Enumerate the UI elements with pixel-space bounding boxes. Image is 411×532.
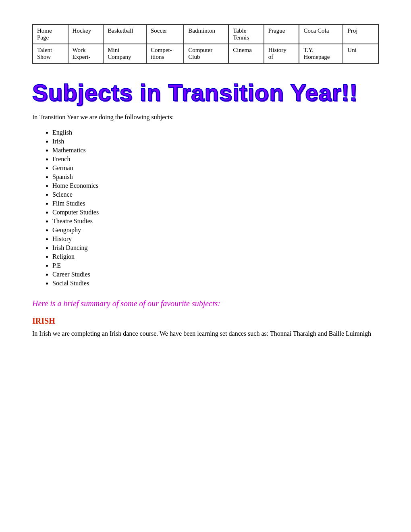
nav-cell-r0-c3[interactable]: Soccer bbox=[146, 25, 184, 44]
irish-heading: IRISH bbox=[32, 316, 379, 326]
subject-item-16: Career Studies bbox=[52, 271, 379, 278]
subject-item-1: Irish bbox=[52, 138, 379, 145]
navigation-table: HomePageHockeyBasketballSoccerBadmintonT… bbox=[32, 24, 379, 64]
nav-cell-r1-c1[interactable]: WorkExperi- bbox=[68, 44, 104, 63]
subject-item-15: P.E bbox=[52, 262, 379, 269]
nav-cell-r1-c3[interactable]: Compet-itions bbox=[146, 44, 184, 63]
nav-cell-r1-c0[interactable]: TalentShow bbox=[33, 44, 68, 63]
subject-item-13: Irish Dancing bbox=[52, 244, 379, 251]
nav-cell-r1-c7[interactable]: T.Y.Homepage bbox=[299, 44, 343, 63]
subject-item-7: Science bbox=[52, 191, 379, 198]
subject-item-4: German bbox=[52, 164, 379, 172]
nav-cell-r0-c2[interactable]: Basketball bbox=[103, 25, 146, 44]
subject-item-3: French bbox=[52, 156, 379, 163]
subject-item-5: Spanish bbox=[52, 173, 379, 181]
subject-item-9: Computer Studies bbox=[52, 209, 379, 216]
nav-cell-r1-c4[interactable]: ComputerClub bbox=[184, 44, 228, 63]
nav-cell-r0-c6[interactable]: Prague bbox=[264, 25, 299, 44]
nav-cell-r0-c0[interactable]: HomePage bbox=[33, 25, 68, 44]
intro-text: In Transition Year we are doing the foll… bbox=[32, 114, 379, 121]
subject-item-0: English bbox=[52, 129, 379, 136]
subject-item-14: Religion bbox=[52, 253, 379, 260]
nav-cell-r0-c8[interactable]: Proj bbox=[343, 25, 378, 44]
nav-cell-r0-c1[interactable]: Hockey bbox=[68, 25, 104, 44]
subject-item-17: Social Studies bbox=[52, 280, 379, 287]
nav-cell-r1-c8[interactable]: Uni bbox=[343, 44, 378, 63]
irish-body: In Irish we are completing an Irish danc… bbox=[32, 329, 379, 339]
nav-cell-r0-c7[interactable]: Coca Cola bbox=[299, 25, 343, 44]
summary-heading: Here is a brief summary of some of our f… bbox=[32, 299, 379, 308]
main-title: Subjects in Transition Year!! bbox=[32, 80, 379, 106]
page-title-container: Subjects in Transition Year!! bbox=[32, 80, 379, 114]
subject-item-11: Geography bbox=[52, 227, 379, 234]
subjects-list: EnglishIrishMathematicsFrenchGermanSpani… bbox=[32, 129, 379, 287]
subject-item-10: Theatre Studies bbox=[52, 218, 379, 225]
subject-item-8: Film Studies bbox=[52, 200, 379, 207]
subject-item-12: History bbox=[52, 235, 379, 243]
nav-cell-r1-c2[interactable]: MiniCompany bbox=[103, 44, 146, 63]
nav-cell-r0-c4[interactable]: Badminton bbox=[184, 25, 228, 44]
subject-item-2: Mathematics bbox=[52, 147, 379, 154]
nav-cell-r0-c5[interactable]: TableTennis bbox=[228, 25, 264, 44]
nav-cell-r1-c5[interactable]: Cinema bbox=[228, 44, 264, 63]
nav-cell-r1-c6[interactable]: Historyof bbox=[264, 44, 299, 63]
subject-item-6: Home Economics bbox=[52, 182, 379, 189]
